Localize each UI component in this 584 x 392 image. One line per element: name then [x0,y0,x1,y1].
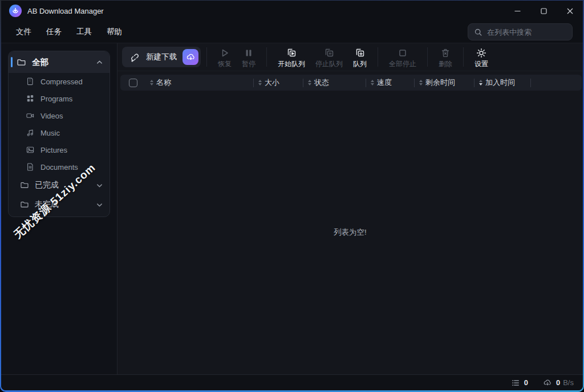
empty-list-message: 列表为空! [334,227,367,238]
toolbar-separator [206,47,207,67]
sidebar: 全部 Compressed Programs [1,43,117,374]
window-controls [504,1,583,21]
new-download-label: 新建下载 [146,52,177,62]
window-title: AB Download Manager [27,7,104,15]
sidebar-item-label: Programs [40,95,72,103]
sort-icon [150,80,153,85]
content-area: 新建下载 恢复 [117,43,583,374]
sidebar-item-music[interactable]: Music [9,124,110,141]
sidebar-item-programs[interactable]: Programs [9,90,110,107]
sidebar-item-label: Documents [40,163,78,172]
search-box[interactable] [468,23,573,40]
sort-icon [419,80,423,85]
folder-icon [17,58,26,67]
toolbar-separator [378,47,378,67]
video-icon [26,111,35,120]
list-count-icon [511,378,520,387]
queue-stop-icon [323,47,335,59]
global-speed-icon [543,378,552,387]
document-icon [26,162,35,172]
delete-button[interactable]: 删除 [433,47,457,67]
maximize-button[interactable] [530,1,557,21]
start-queue-button[interactable]: 开始队列 [273,47,310,67]
sort-icon [371,80,374,85]
stop-all-button[interactable]: 全部停止 [384,47,421,67]
chevron-down-icon [96,182,103,189]
queues-button[interactable]: 队列 [348,47,372,67]
music-note-icon [26,128,35,137]
sort-icon-active [479,80,482,85]
resume-button[interactable]: 恢复 [213,47,237,67]
table-header: 名称 大小 状态 速度 [120,75,582,91]
sidebar-item-label: Pictures [40,146,67,154]
link-plus-icon [129,52,140,63]
selection-indicator [11,57,13,67]
close-button[interactable] [557,1,583,21]
new-download-button[interactable]: 新建下载 [122,47,201,67]
search-icon [474,28,482,36]
folder-icon [20,181,29,190]
column-header-speed[interactable]: 速度 [366,75,414,91]
menu-help[interactable]: 帮助 [107,26,122,38]
minimize-button[interactable] [504,1,530,21]
app-window: AB Download Manager 文件 任务 工具 帮助 [1,1,583,390]
sidebar-item-label: 已完成 [35,180,59,190]
stop-queue-button[interactable]: 停止队列 [310,47,348,67]
pause-button[interactable]: 暂停 [237,47,261,67]
chevron-down-icon [96,202,103,208]
category-panel: 全部 Compressed Programs [8,51,110,217]
column-divider [530,79,531,87]
queue-icon [354,47,366,59]
stop-all-icon [397,47,408,59]
toolbar-separator [463,47,464,67]
main-area: 全部 Compressed Programs [1,43,583,374]
sidebar-item-label: 未完成 [35,199,59,210]
menu-file[interactable]: 文件 [16,26,31,38]
cloud-download-icon [186,52,196,62]
toolbar: 新建下载 恢复 [117,43,583,71]
select-all-checkbox[interactable] [129,79,137,87]
queue-start-icon [286,47,297,59]
column-header-name[interactable]: 名称 [145,75,253,91]
toolbar-separator [427,47,428,67]
column-header-status[interactable]: 状态 [303,75,366,91]
global-speed-value: 0 [556,378,560,387]
sidebar-item-label: Videos [40,112,63,120]
sidebar-item-label: 全部 [32,57,48,68]
download-list: 列表为空! [117,91,583,374]
global-speed-unit: B/s [563,378,574,387]
image-icon [26,145,35,154]
gear-icon [476,47,487,59]
sidebar-item-all[interactable]: 全部 [9,51,110,73]
sidebar-item-finished[interactable]: 已完成 [9,175,110,195]
folder-icon [20,200,29,209]
sort-icon [258,80,262,85]
column-header-time-left[interactable]: 剩余时间 [415,75,474,91]
column-header-size[interactable]: 大小 [254,75,303,91]
pause-icon [243,47,254,59]
sidebar-item-documents[interactable]: Documents [9,158,110,175]
chevron-up-icon [96,59,103,66]
batch-import-button[interactable] [182,49,198,65]
play-icon [219,47,230,59]
column-header-date-added[interactable]: 加入时间 [474,75,530,91]
sort-icon [308,80,311,85]
sidebar-item-videos[interactable]: Videos [9,107,110,124]
sidebar-item-label: Compressed [40,77,83,86]
sidebar-item-unfinished[interactable]: 未完成 [9,195,110,214]
menu-tools[interactable]: 工具 [76,26,92,38]
sidebar-item-pictures[interactable]: Pictures [9,141,110,158]
sidebar-item-compressed[interactable]: Compressed [9,73,110,90]
menubar: 文件 任务 工具 帮助 [1,21,583,43]
sidebar-item-label: Music [40,129,60,137]
statusbar: 0 0 B/s [1,374,583,390]
titlebar: AB Download Manager [1,1,583,21]
queue-count-value: 0 [524,378,528,387]
app-logo-icon [9,5,22,17]
apps-icon [26,94,35,103]
settings-button[interactable]: 设置 [469,47,493,67]
search-input[interactable] [487,28,566,36]
zip-file-icon [26,77,35,86]
menu-tasks[interactable]: 任务 [46,26,62,38]
window-frame: AB Download Manager 文件 任务 工具 帮助 [0,0,584,392]
